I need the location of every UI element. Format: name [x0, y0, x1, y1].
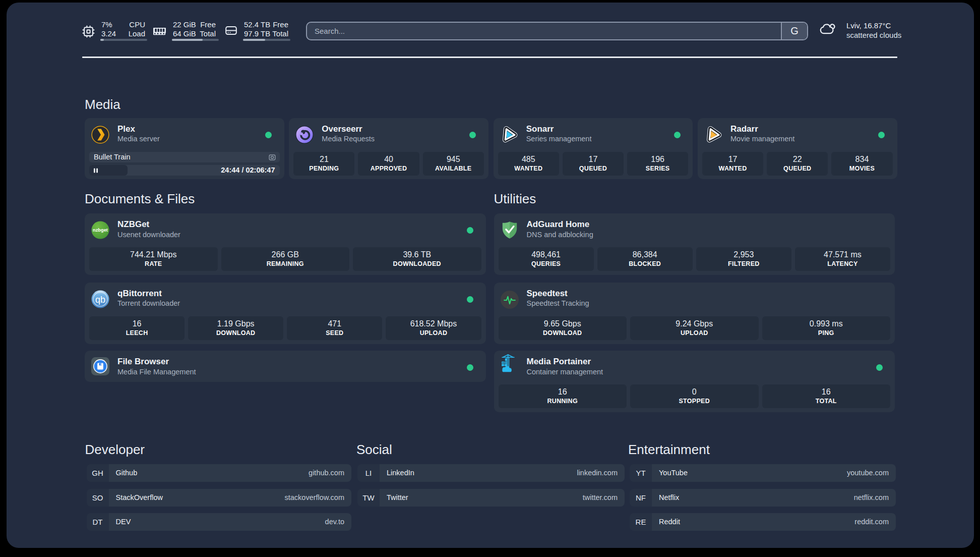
svg-text:nzbget: nzbget [93, 228, 108, 233]
svg-text:qb: qb [95, 294, 105, 304]
